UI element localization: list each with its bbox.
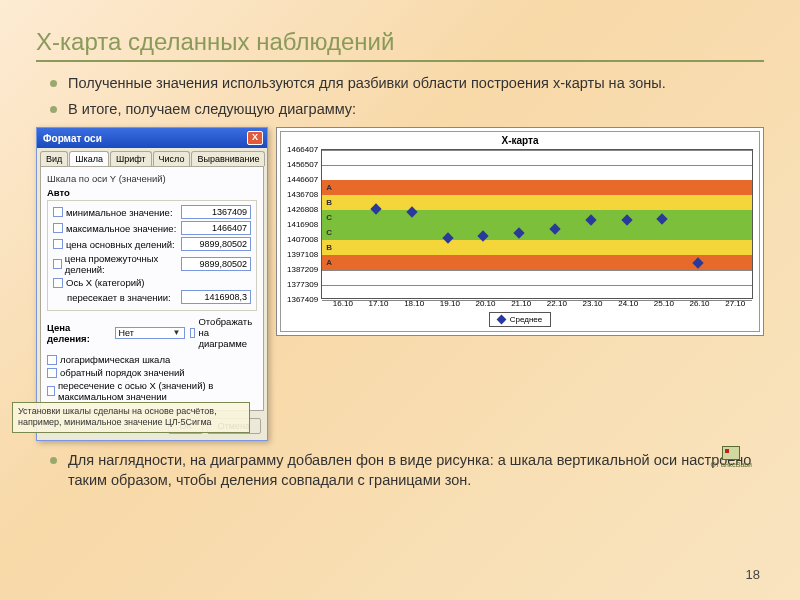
- major-unit-input[interactable]: 9899,80502: [181, 237, 251, 251]
- checkbox-icon[interactable]: [53, 239, 63, 249]
- axis-x-input[interactable]: 1416908,3: [181, 290, 251, 304]
- axis-x-label[interactable]: Ось X (категорий): [53, 277, 251, 288]
- group-title: Шкала по оси Y (значений): [47, 173, 257, 184]
- checkbox-icon[interactable]: [53, 278, 63, 288]
- major-unit-label[interactable]: цена основных делений:: [53, 239, 181, 250]
- dialog-titlebar[interactable]: Формат оси X: [37, 128, 267, 148]
- dialog-title: Формат оси: [43, 133, 102, 144]
- chart-title: X-карта: [281, 132, 759, 149]
- tab-scale[interactable]: Шкала: [69, 151, 109, 166]
- zone-band: A: [322, 255, 752, 270]
- format-axis-dialog: Формат оси X Вид Шкала Шрифт Число Вырав…: [36, 127, 268, 441]
- unit-label: Цена деления:: [47, 322, 115, 344]
- minor-unit-input[interactable]: 9899,80502: [181, 257, 251, 271]
- axis-x-sublabel: пересекает в значении:: [53, 292, 181, 303]
- display-on-chart-cb[interactable]: Отображать на диаграмме: [190, 316, 258, 349]
- x-chart: X-карта 14664071456507144660714367081426…: [276, 127, 764, 336]
- checkbox-icon[interactable]: [47, 355, 57, 365]
- annotation-note: Установки шкалы сделаны на основе расчёт…: [12, 402, 250, 433]
- bullets-top: Полученные значения используются для раз…: [50, 74, 764, 119]
- min-value-label[interactable]: минимальное значение:: [53, 207, 181, 218]
- tab-font[interactable]: Шрифт: [110, 151, 152, 166]
- diamond-icon: [496, 315, 506, 325]
- close-icon[interactable]: X: [247, 131, 263, 145]
- chart-legend: Среднее: [489, 312, 551, 327]
- bullets-bottom: Для наглядности, на диаграмму добавлен ф…: [50, 451, 764, 490]
- unit-select[interactable]: Нет▼: [115, 327, 185, 339]
- cross-at-max-cb[interactable]: пересечение с осью X (значений) в максим…: [47, 380, 257, 402]
- zone-band: A: [322, 180, 752, 195]
- scale-group: минимальное значение: 1367409 максимальн…: [47, 200, 257, 311]
- minor-unit-label[interactable]: цена промежуточных делений:: [53, 253, 181, 275]
- zone-band: C: [322, 210, 752, 225]
- checkbox-icon[interactable]: [47, 386, 55, 396]
- checkbox-icon[interactable]: [53, 259, 62, 269]
- tab-align[interactable]: Выравнивание: [191, 151, 265, 166]
- bullet-item: Полученные значения используются для раз…: [50, 74, 764, 94]
- legend-label: Среднее: [510, 315, 542, 324]
- checkbox-icon[interactable]: [53, 207, 63, 217]
- zone-band: B: [322, 240, 752, 255]
- reverse-order-cb[interactable]: обратный порядок значений: [47, 367, 257, 378]
- chevron-down-icon: ▼: [173, 328, 181, 337]
- plot-area: ABCCBA: [321, 149, 753, 299]
- y-axis: 1466407145650714466071436708142680814169…: [287, 149, 321, 299]
- bullet-item: В итоге, получаем следующую диаграмму:: [50, 100, 764, 120]
- zone-band: C: [322, 225, 752, 240]
- page-number: 18: [746, 567, 760, 582]
- tab-number[interactable]: Число: [153, 151, 191, 166]
- auto-label: Авто: [47, 187, 257, 198]
- tab-panel: Шкала по оси Y (значений) Авто минимальн…: [40, 166, 264, 411]
- checkbox-icon[interactable]: [47, 368, 57, 378]
- checkbox-icon[interactable]: [53, 223, 63, 233]
- picture-icon: От анкеВави: [710, 446, 752, 468]
- log-scale-cb[interactable]: логарифмическая шкала: [47, 354, 257, 365]
- zone-band: B: [322, 195, 752, 210]
- max-value-input[interactable]: 1466407: [181, 221, 251, 235]
- dialog-tabs: Вид Шкала Шрифт Число Выравнивание: [37, 148, 267, 166]
- slide-title: X-карта сделанных наблюдений: [36, 28, 764, 62]
- checkbox-icon[interactable]: [190, 328, 196, 338]
- min-value-input[interactable]: 1367409: [181, 205, 251, 219]
- bullet-item: Для наглядности, на диаграмму добавлен ф…: [50, 451, 764, 490]
- max-value-label[interactable]: максимальное значение:: [53, 223, 181, 234]
- tab-view[interactable]: Вид: [40, 151, 68, 166]
